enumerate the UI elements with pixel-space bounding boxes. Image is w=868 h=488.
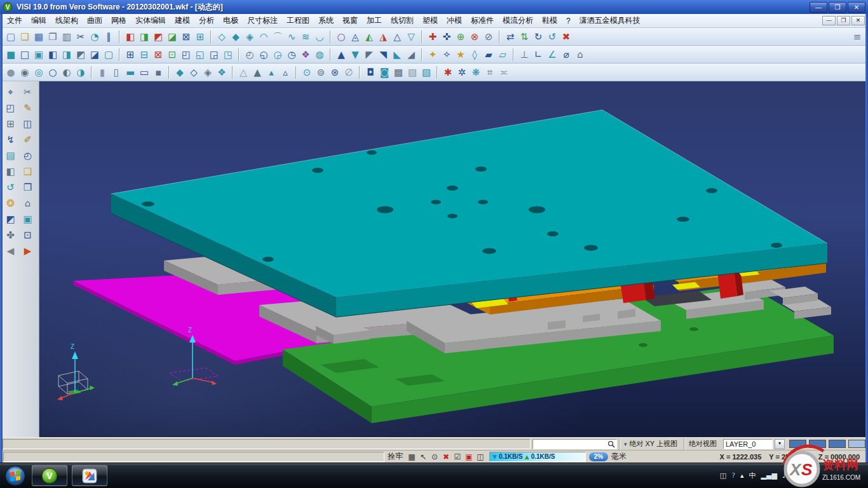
- toolbar2-icon-35[interactable]: ◊: [468, 48, 482, 62]
- toolbar2-icon-40[interactable]: ∟: [531, 48, 545, 62]
- sidebar-tool-icon-3[interactable]: ✎: [19, 100, 36, 116]
- toolbar3-icon-31[interactable]: ▨: [405, 65, 419, 79]
- toolbar1-icon-17[interactable]: ◆: [229, 30, 243, 44]
- mdi-minimize-button[interactable]: —: [822, 16, 836, 25]
- toolbar2-icon-12[interactable]: ⊡: [165, 48, 179, 62]
- maximize-button[interactable]: ❐: [829, 2, 846, 13]
- menu-item-13[interactable]: 加工: [362, 13, 386, 28]
- mdi-restore-button[interactable]: ❐: [837, 16, 850, 25]
- snap-tool-icon-1[interactable]: ↖: [417, 452, 429, 462]
- toolbar2-icon-29[interactable]: ◣: [390, 48, 404, 62]
- toolbar1-icon-6[interactable]: ◔: [88, 30, 102, 44]
- snap-mode-label[interactable]: 拴牢: [388, 451, 403, 462]
- snap-tool-icon-3[interactable]: ✖: [440, 452, 452, 462]
- toolbar3-icon-14[interactable]: ◇: [187, 65, 201, 79]
- color-swatch-1[interactable]: [809, 440, 826, 448]
- toolbar2-icon-3[interactable]: ◧: [46, 48, 60, 62]
- toolbar1-icon-34[interactable]: ⊕: [454, 30, 468, 44]
- sidebar-tool-icon-10[interactable]: ◧: [2, 164, 19, 180]
- color-swatch-3[interactable]: [848, 440, 865, 448]
- sidebar-tool-icon-5[interactable]: ◫: [19, 116, 36, 132]
- sidebar-tool-icon-21[interactable]: ▶: [19, 243, 36, 259]
- menu-item-17[interactable]: 标准件: [466, 13, 498, 28]
- toolbar2-icon-20[interactable]: ◶: [271, 48, 285, 62]
- toolbar1-icon-40[interactable]: ↻: [531, 30, 545, 44]
- toolbar1-icon-22[interactable]: ≋: [299, 30, 313, 44]
- minimize-button[interactable]: —: [810, 2, 827, 13]
- color-swatch-0[interactable]: [789, 440, 806, 448]
- toolbar1-icon-16[interactable]: ◇: [215, 30, 229, 44]
- toolbar1-icon-26[interactable]: ◬: [348, 30, 362, 44]
- toolbar2-icon-6[interactable]: ◪: [88, 48, 102, 62]
- toolbar3-icon-19[interactable]: ▲: [250, 65, 264, 79]
- toolbar2-icon-21[interactable]: ◷: [285, 48, 299, 62]
- sidebar-tool-icon-13[interactable]: ❐: [19, 180, 36, 196]
- menu-item-6[interactable]: 建模: [170, 13, 194, 28]
- color-swatch-2[interactable]: [829, 440, 846, 448]
- toolbar2-icon-15[interactable]: ◲: [207, 48, 221, 62]
- sidebar-tool-icon-4[interactable]: ⊞: [2, 116, 19, 132]
- toolbar1-icon-19[interactable]: ◠: [257, 30, 271, 44]
- toolbar3-icon-25[interactable]: ⊛: [328, 65, 342, 79]
- toolbar2-icon-19[interactable]: ◵: [257, 48, 271, 62]
- sidebar-tool-icon-19[interactable]: ⊡: [19, 227, 36, 243]
- menu-item-9[interactable]: 尺寸标注: [243, 13, 282, 28]
- menu-item-11[interactable]: 系统: [314, 13, 338, 28]
- toolbar3-icon-16[interactable]: ❖: [215, 65, 229, 79]
- toolbar3-icon-32[interactable]: ▧: [419, 65, 433, 79]
- start-button[interactable]: [3, 464, 27, 488]
- menu-item-18[interactable]: 模流分析: [498, 13, 538, 28]
- toolbar3-icon-4[interactable]: ◐: [60, 65, 74, 79]
- toolbar1-icon-25[interactable]: ○: [334, 30, 348, 44]
- sidebar-tool-icon-18[interactable]: ✤: [2, 227, 19, 243]
- toolbar2-icon-7[interactable]: ▢: [102, 48, 116, 62]
- snap-tool-icon-5[interactable]: ▣: [463, 452, 475, 462]
- toolbar2-icon-26[interactable]: ▼: [348, 48, 362, 62]
- toolbar2-icon-27[interactable]: ◤: [362, 48, 376, 62]
- toolbar1-icon-35[interactable]: ⊗: [468, 30, 482, 44]
- tray-icon-0[interactable]: ◫: [720, 471, 726, 480]
- sidebar-tool-icon-11[interactable]: ❏: [19, 164, 36, 180]
- toolbar3-icon-5[interactable]: ◑: [74, 65, 88, 79]
- toolbar2-icon-18[interactable]: ◴: [243, 48, 257, 62]
- toolbar2-icon-2[interactable]: ▣: [32, 48, 46, 62]
- toolbar3-icon-15[interactable]: ◈: [201, 65, 215, 79]
- menu-item-4[interactable]: 网格: [107, 13, 131, 28]
- toolbar2-icon-23[interactable]: ◍: [313, 48, 327, 62]
- search-box[interactable]: [532, 439, 617, 449]
- toolbar2-icon-13[interactable]: ◰: [179, 48, 193, 62]
- toolbar3-icon-9[interactable]: ▬: [123, 65, 137, 79]
- tray-icon-5[interactable]: ♪: [782, 471, 787, 480]
- toolbar1-icon-1[interactable]: ❏: [18, 30, 32, 44]
- close-button[interactable]: ✕: [848, 2, 865, 13]
- snap-tool-icon-0[interactable]: ▦: [406, 452, 417, 462]
- toolbar3-icon-10[interactable]: ▭: [137, 65, 151, 79]
- toolbar2-icon-33[interactable]: ✧: [440, 48, 454, 62]
- toolbar1-icon-12[interactable]: ◪: [165, 30, 179, 44]
- toolbar3-icon-35[interactable]: ✲: [455, 65, 469, 79]
- toolbar2-icon-25[interactable]: ▲: [334, 48, 348, 62]
- toolbar3-icon-34[interactable]: ✱: [441, 65, 455, 79]
- toolbar2-icon-16[interactable]: ◳: [221, 48, 235, 62]
- toolbar2-icon-4[interactable]: ◨: [60, 48, 74, 62]
- toolbar1-icon-30[interactable]: ▽: [404, 30, 418, 44]
- toolbar1-icon-44[interactable]: ≡: [850, 30, 864, 44]
- toolbar1-icon-2[interactable]: ▦: [32, 30, 46, 44]
- toolbar2-icon-42[interactable]: ⌀: [559, 48, 573, 62]
- menu-item-2[interactable]: 线架构: [51, 13, 83, 28]
- toolbar3-icon-38[interactable]: ≍: [497, 65, 511, 79]
- toolbar3-icon-1[interactable]: ◉: [18, 65, 32, 79]
- sidebar-tool-icon-14[interactable]: ❂: [2, 196, 19, 212]
- toolbar2-icon-34[interactable]: ★: [454, 48, 468, 62]
- toolbar3-icon-13[interactable]: ◆: [173, 65, 187, 79]
- sidebar-tool-icon-8[interactable]: ▤: [2, 148, 19, 164]
- menu-item-3[interactable]: 曲面: [83, 13, 107, 28]
- toolbar2-icon-1[interactable]: □: [18, 48, 32, 62]
- toolbar3-icon-24[interactable]: ⊚: [314, 65, 328, 79]
- toolbar2-icon-39[interactable]: ⊥: [517, 48, 531, 62]
- toolbar2-icon-22[interactable]: ❖: [299, 48, 313, 62]
- toolbar1-icon-21[interactable]: ∿: [285, 30, 299, 44]
- menu-item-21[interactable]: 潇洒五金模具科技: [575, 13, 645, 28]
- mdi-close-button[interactable]: ✕: [851, 16, 865, 25]
- sidebar-tool-icon-7[interactable]: ✐: [19, 132, 36, 148]
